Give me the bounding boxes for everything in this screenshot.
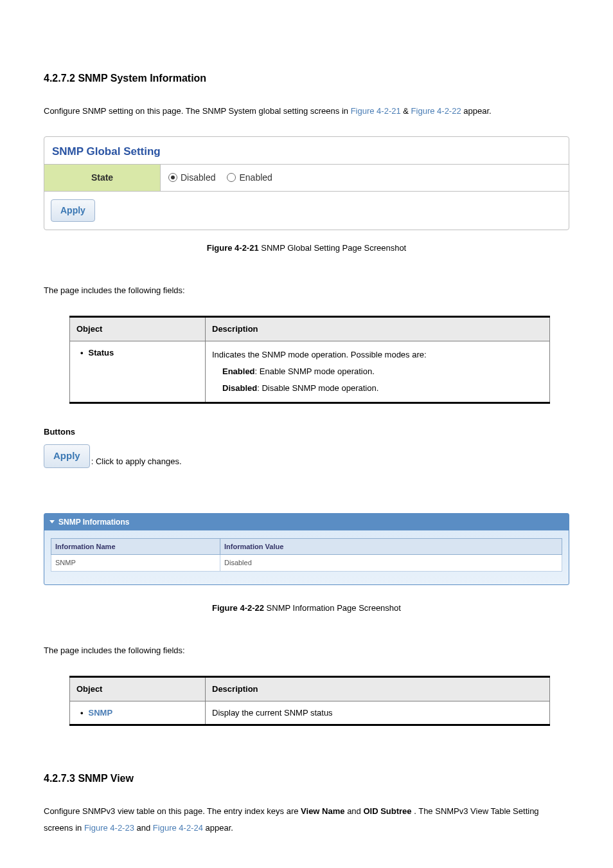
figure-link-4-2-22[interactable]: Figure 4-2-22 [411, 106, 461, 116]
figure-link-4-2-21[interactable]: Figure 4-2-21 [351, 106, 401, 116]
figure-caption-2-rest: SNMP Information Page Screenshot [264, 603, 401, 613]
apply-button[interactable]: Apply [51, 199, 95, 222]
fields-intro-1: The page includes the following fields: [44, 282, 569, 299]
figure-link-4-2-24[interactable]: Figure 4-2-24 [153, 823, 203, 833]
bullet-status-label: Status [89, 347, 114, 359]
bullet-status: Status [76, 347, 199, 359]
sec2-bold2: OID Subtree [363, 806, 411, 816]
fields-table-1: Object Description Status Indicates the … [69, 316, 550, 404]
bullet-snmp-label: SNMP [89, 707, 113, 719]
intro-amp: & [403, 106, 411, 116]
intro-paragraph-2: Configure SNMPv3 view table on this page… [44, 803, 569, 836]
state-label: State [44, 165, 161, 191]
intro-suffix: appear. [463, 106, 491, 116]
caret-down-icon [49, 520, 55, 523]
radio-disabled[interactable]: Disabled [168, 171, 215, 185]
figure-caption-1: Figure 4-2-21 SNMP Global Setting Page S… [44, 242, 569, 255]
sec2-bold1: View Name [301, 806, 344, 816]
section-heading-2: 4.2.7.3 SNMP View [44, 771, 569, 786]
sec2-mid1: and [347, 806, 363, 816]
apply-button-2[interactable]: Apply [44, 444, 90, 468]
info-row-name: SNMP [51, 555, 220, 572]
figure-caption-2: Figure 4-2-22 SNMP Information Page Scre… [44, 602, 569, 615]
col-desc-2: Description [206, 677, 550, 701]
desc-enabled: Enabled: Enable SNMP mode operation. [222, 363, 543, 380]
col-desc-1: Description [206, 317, 550, 341]
fields-intro-2: The page includes the following fields: [44, 642, 569, 659]
snmp-box-title: SNMP Global Setting [44, 137, 569, 165]
obj-cell-status: Status [70, 341, 206, 402]
info-col-name: Information Name [51, 538, 220, 555]
desc-enabled-rest: : Enable SNMP mode operation. [255, 366, 375, 376]
snmp-informations-panel: SNMP Informations Information Name Infor… [44, 513, 569, 585]
radio-dot-icon [227, 173, 236, 182]
apply-button-wrap: Apply [44, 192, 569, 222]
intro-text: Configure SNMP setting on this page. The… [44, 106, 351, 116]
apply-button-desc: : Click to apply changes. [91, 455, 182, 468]
sec2-suffix: appear. [206, 823, 233, 833]
radio-dot-checked-icon [168, 173, 177, 182]
radio-enabled-label: Enabled [239, 171, 272, 185]
desc-enabled-bold: Enabled [222, 366, 255, 376]
radio-disabled-label: Disabled [181, 171, 215, 185]
sec2-prefix: Configure SNMPv3 view table on this page… [44, 806, 301, 816]
fields-table-2: Object Description SNMP Display the curr… [69, 676, 550, 726]
desc-disabled: Disabled: Disable SNMP mode operation. [222, 380, 543, 397]
desc-line1: Indicates the SNMP mode operation. Possi… [212, 347, 543, 363]
section-heading-1: 4.2.7.2 SNMP System Information [44, 71, 569, 86]
figure-caption-1-rest: SNMP Global Setting Page Screenshot [259, 243, 407, 253]
snmp-global-setting-box: SNMP Global Setting State Disabled Enabl… [44, 136, 569, 230]
snmp-state-row: State Disabled Enabled [44, 165, 569, 192]
obj-cell-snmp: SNMP [70, 701, 206, 725]
snmp-informations-title: SNMP Informations [58, 516, 129, 528]
col-object-2: Object [70, 677, 206, 701]
desc-cell-snmp: Display the current SNMP status [206, 701, 550, 725]
sec2-mid3: and [137, 823, 153, 833]
intro-paragraph-1: Configure SNMP setting on this page. The… [44, 103, 569, 120]
snmp-informations-header[interactable]: SNMP Informations [44, 514, 569, 530]
bullet-snmp: SNMP [76, 707, 199, 719]
figure-caption-2-bold: Figure 4-2-22 [212, 603, 264, 613]
info-col-value: Information Value [220, 538, 562, 555]
fields-table-2-wrap: Object Description SNMP Display the curr… [69, 676, 550, 726]
desc-disabled-bold: Disabled [222, 383, 257, 393]
buttons-row: Apply : Click to apply changes. [44, 444, 569, 468]
document-page: 4.2.7.2 SNMP System Information Configur… [0, 0, 613, 868]
desc-disabled-rest: : Disable SNMP mode operation. [257, 383, 378, 393]
snmp-informations-table: Information Name Information Value SNMP … [51, 538, 562, 572]
fields-table-1-wrap: Object Description Status Indicates the … [69, 316, 550, 404]
buttons-heading: Buttons [44, 426, 569, 439]
info-row-value: Disabled [220, 555, 562, 572]
state-value: Disabled Enabled [161, 165, 569, 191]
radio-enabled[interactable]: Enabled [227, 171, 272, 185]
desc-cell-status: Indicates the SNMP mode operation. Possi… [206, 341, 550, 402]
col-object-1: Object [70, 317, 206, 341]
figure-caption-1-bold: Figure 4-2-21 [207, 243, 259, 253]
figure-link-4-2-23[interactable]: Figure 4-2-23 [84, 823, 134, 833]
